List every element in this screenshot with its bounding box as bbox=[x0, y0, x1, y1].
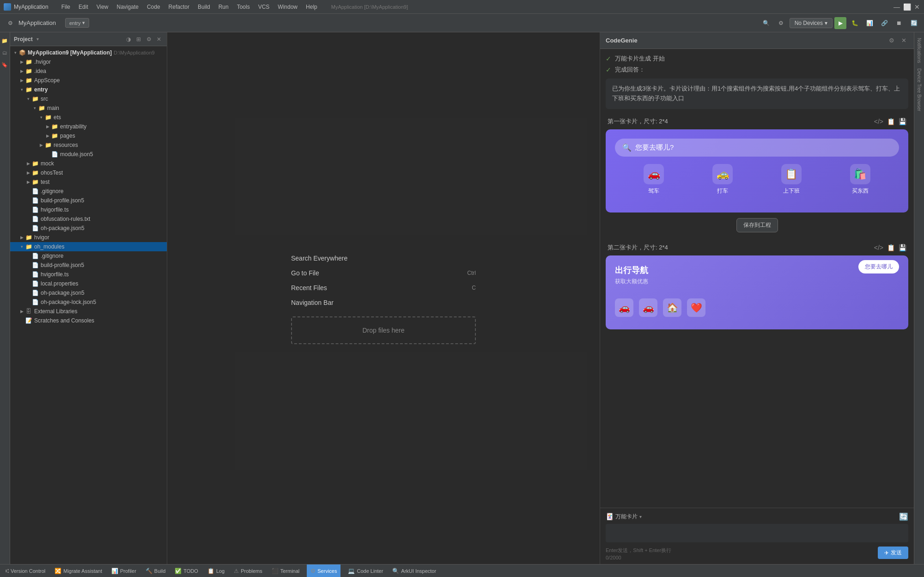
menu-window[interactable]: Window bbox=[274, 3, 301, 11]
card1-code-icon[interactable]: </> bbox=[874, 118, 883, 125]
mode-selector[interactable]: 🃏 万能卡片 ▾ 🔄 bbox=[606, 512, 908, 521]
tree-resources[interactable]: ▶ 📁 resources bbox=[10, 140, 167, 150]
settings-icon[interactable]: ⚙ bbox=[4, 17, 17, 29]
menu-refactor[interactable]: Refactor bbox=[165, 3, 193, 11]
card2-cta-button[interactable]: 您要去哪儿 bbox=[858, 260, 899, 273]
status-profiler[interactable]: 📊 Profiler bbox=[109, 565, 138, 577]
search-everywhere-row[interactable]: Search Everywhere bbox=[291, 253, 476, 264]
menu-edit[interactable]: Edit bbox=[75, 3, 92, 11]
codegenie-input[interactable] bbox=[606, 524, 908, 542]
navigation-bar-row[interactable]: Navigation Bar bbox=[291, 297, 476, 308]
tree-oh-modules[interactable]: ▾ 📁 oh_modules bbox=[10, 242, 167, 251]
build-icon: 🔨 bbox=[146, 568, 152, 574]
tree-test[interactable]: ▶ 📁 test bbox=[10, 177, 167, 187]
tree-module-json[interactable]: ▶ 📄 module.json5 bbox=[10, 150, 167, 159]
card1-save-button[interactable]: 保存到工程 bbox=[736, 218, 778, 232]
status-build[interactable]: 🔨 Build bbox=[144, 565, 167, 577]
device-tree-tab[interactable]: Device Tree Browser bbox=[916, 67, 923, 113]
project-panel-dropdown[interactable]: ▾ bbox=[36, 36, 39, 42]
send-button[interactable]: ✈ 发送 bbox=[878, 547, 908, 559]
tree-idea-icon: 📁 bbox=[25, 67, 32, 75]
status-arkui[interactable]: 🔍 ArkUI Inspector bbox=[390, 565, 438, 577]
tree-local-props[interactable]: ▶ 📄 local.properties bbox=[10, 279, 167, 288]
codegenie-close-icon[interactable]: ✕ bbox=[899, 36, 908, 45]
status-version-control[interactable]: ⑆ Version Control bbox=[4, 565, 47, 577]
minimize-button[interactable]: — bbox=[894, 4, 900, 10]
maximize-button[interactable]: ⬜ bbox=[904, 4, 910, 10]
panel-icon-collapse[interactable]: ◑ bbox=[124, 35, 133, 43]
panel-icon-close[interactable]: ✕ bbox=[155, 35, 163, 43]
tree-main[interactable]: ▾ 📁 main bbox=[10, 103, 167, 113]
tree-gitignore[interactable]: ▶ 📄 .gitignore bbox=[10, 187, 167, 196]
tree-hvigor2[interactable]: ▶ 📁 hvigor bbox=[10, 233, 167, 242]
profile-icon[interactable]: 📊 bbox=[863, 17, 876, 29]
entry-dropdown[interactable]: entry ▾ bbox=[65, 18, 89, 28]
tree-oh-package-lock[interactable]: ▶ 📄 oh-package-lock.json5 bbox=[10, 298, 167, 307]
menu-build[interactable]: Build bbox=[194, 3, 214, 11]
menu-vcs[interactable]: VCS bbox=[255, 3, 274, 11]
status-services[interactable]: ⚙ Services bbox=[307, 565, 340, 577]
run-button[interactable]: ▶ bbox=[834, 17, 846, 29]
card2-code-icon[interactable]: </> bbox=[874, 244, 883, 251]
attach-icon[interactable]: 🔗 bbox=[878, 17, 891, 29]
tree-entry[interactable]: ▾ 📁 entry bbox=[10, 85, 167, 94]
recent-files-row[interactable]: Recent Files C bbox=[291, 282, 476, 293]
no-devices-button[interactable]: No Devices ▾ bbox=[790, 18, 833, 28]
menu-tools[interactable]: Tools bbox=[233, 3, 254, 11]
tree-oh-package[interactable]: ▶ 📄 oh-package.json5 bbox=[10, 224, 167, 233]
tree-build-profile[interactable]: ▶ 📄 build-profile.json5 bbox=[10, 196, 167, 205]
tree-idea[interactable]: ▶ 📁 .idea bbox=[10, 67, 167, 76]
tree-mock[interactable]: ▶ 📁 mock bbox=[10, 159, 167, 168]
tree-appscope[interactable]: ▶ 📁 AppScope bbox=[10, 76, 167, 85]
card2-save-icon[interactable]: 💾 bbox=[899, 244, 906, 251]
menu-file[interactable]: File bbox=[58, 3, 74, 11]
settings2-icon[interactable]: ⚙ bbox=[775, 17, 788, 29]
card1-copy-icon[interactable]: 📋 bbox=[887, 118, 895, 125]
project-icon[interactable]: 📁 bbox=[1, 36, 9, 44]
status-problems[interactable]: ⚠ Problems bbox=[232, 565, 264, 577]
tree-pages-arrow: ▶ bbox=[44, 133, 51, 139]
tree-obfuscation[interactable]: ▶ 📄 obfuscation-rules.txt bbox=[10, 214, 167, 224]
status-code-linter[interactable]: 💻 Code Linter bbox=[346, 565, 385, 577]
tree-src[interactable]: ▾ 📁 src bbox=[10, 94, 167, 103]
tree-oh-gitignore[interactable]: ▶ 📄 .gitignore bbox=[10, 251, 167, 261]
menu-run[interactable]: Run bbox=[215, 3, 232, 11]
panel-icon-expand[interactable]: ⊞ bbox=[134, 35, 143, 43]
status-todo[interactable]: ✅ TODO bbox=[173, 565, 200, 577]
sync-icon[interactable]: 🔄 bbox=[907, 17, 920, 29]
tree-root[interactable]: ▾ 📦 MyApplication9 [MyApplication] D:\My… bbox=[10, 48, 167, 57]
tree-oh-build[interactable]: ▶ 📄 build-profile.json5 bbox=[10, 261, 167, 270]
tree-ets[interactable]: ▾ 📁 ets bbox=[10, 113, 167, 122]
close-button[interactable]: ✕ bbox=[914, 4, 920, 10]
search-icon[interactable]: 🔍 bbox=[760, 17, 773, 29]
menu-navigate[interactable]: Navigate bbox=[113, 3, 142, 11]
drop-files-area[interactable]: Drop files here bbox=[291, 316, 476, 344]
tree-ext-libs[interactable]: ▶ 🗄 External Libraries bbox=[10, 307, 167, 316]
codegenie-refresh-icon[interactable]: 🔄 bbox=[899, 512, 908, 521]
menu-code[interactable]: Code bbox=[143, 3, 164, 11]
tree-oh-hvigorfile[interactable]: ▶ 📄 hvigorfile.ts bbox=[10, 270, 167, 279]
menu-help[interactable]: Help bbox=[302, 3, 321, 11]
tree-ohostest[interactable]: ▶ 📁 ohosTest bbox=[10, 168, 167, 177]
structure-icon[interactable]: 🗂 bbox=[1, 48, 9, 56]
status-migrate[interactable]: 🔀 Migrate Assistant bbox=[53, 565, 104, 577]
tree-hvigorfile[interactable]: ▶ 📄 hvigorfile.ts bbox=[10, 205, 167, 214]
panel-icon-settings[interactable]: ⚙ bbox=[145, 35, 153, 43]
tree-hvigor[interactable]: ▶ 📁 .hvigor bbox=[10, 57, 167, 67]
go-to-file-row[interactable]: Go to File Ctrl bbox=[291, 267, 476, 279]
codegenie-settings-icon[interactable]: ⚙ bbox=[887, 36, 896, 45]
notifications-tab[interactable]: Notifications bbox=[916, 36, 923, 65]
tree-oh-package2[interactable]: ▶ 📄 oh-package.json5 bbox=[10, 288, 167, 298]
tree-main-icon: 📁 bbox=[38, 104, 45, 112]
tree-scratches[interactable]: ▶ 📝 Scratches and Consoles bbox=[10, 316, 167, 325]
bookmarks-icon[interactable]: 🔖 bbox=[1, 60, 9, 68]
tree-entryability[interactable]: ▶ 📁 entryability bbox=[10, 122, 167, 131]
card1-save-icon[interactable]: 💾 bbox=[899, 118, 906, 125]
status-log[interactable]: 📋 Log bbox=[206, 565, 226, 577]
stop-icon[interactable]: ⏹ bbox=[893, 17, 906, 29]
menu-view[interactable]: View bbox=[93, 3, 112, 11]
debug-icon[interactable]: 🐛 bbox=[848, 17, 861, 29]
status-terminal[interactable]: ⬛ Terminal bbox=[270, 565, 302, 577]
card2-copy-icon[interactable]: 📋 bbox=[887, 244, 895, 251]
tree-pages[interactable]: ▶ 📁 pages bbox=[10, 131, 167, 140]
